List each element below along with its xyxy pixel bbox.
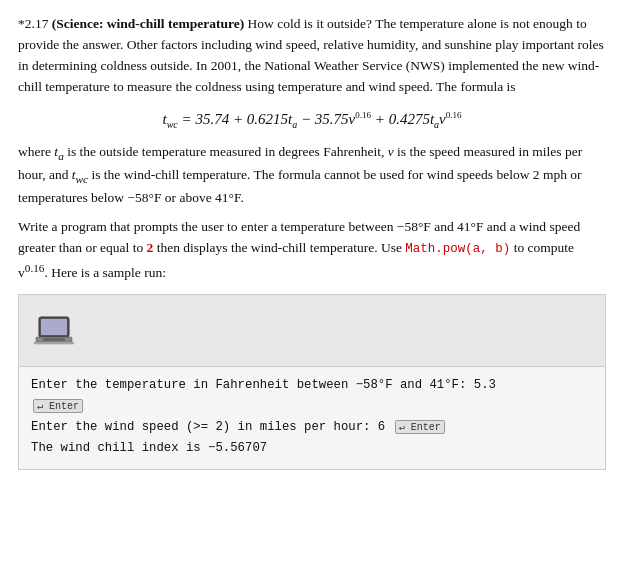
problem-intro: *2.17 (Science: wind-chill temperature) … — [18, 14, 606, 98]
svg-rect-4 — [34, 342, 74, 344]
enter-button-2[interactable]: ↵ Enter — [395, 420, 445, 434]
sample-run-box: Enter the temperature in Fahrenheit betw… — [18, 294, 606, 470]
problem-number: *2.17 — [18, 16, 48, 31]
problem-title: (Science: wind-chill temperature) — [52, 16, 244, 31]
svg-rect-3 — [43, 338, 65, 341]
result-text: The wind chill index is −5.56707 — [31, 441, 267, 455]
terminal-line-1: Enter the temperature in Fahrenheit betw… — [31, 375, 593, 396]
wind-value: 6 — [378, 420, 385, 434]
terminal-enter-1: ↵ Enter — [31, 396, 593, 417]
formula-display: twc = 35.74 + 0.6215ta − 35.75v0.16 + 0.… — [18, 108, 606, 133]
wind-prompt: Enter the wind speed (>= 2) in miles per… — [31, 420, 378, 434]
formula-explanation: where ta is the outside temperature meas… — [18, 142, 606, 209]
formula-lhs: twc — [163, 111, 178, 127]
prompt-text2: then displays the wind-chill temperature… — [157, 240, 402, 255]
formula-equals: = 35.74 + 0.6215ta − 35.75v0.16 + 0.4275… — [182, 111, 462, 127]
svg-rect-1 — [41, 319, 67, 335]
terminal-area: Enter the temperature in Fahrenheit betw… — [19, 367, 605, 469]
prompt-section: Write a program that prompts the user to… — [18, 217, 606, 284]
laptop-icon — [33, 309, 77, 353]
temp-value: 5.3 — [474, 378, 496, 392]
laptop-area — [19, 295, 605, 367]
terminal-line-2: Enter the wind speed (>= 2) in miles per… — [31, 417, 593, 438]
highlight-number: 2 — [147, 240, 154, 255]
code-method: Math.pow(a, b) — [405, 242, 510, 256]
enter-button-1[interactable]: ↵ Enter — [33, 399, 83, 413]
temp-prompt: Enter the temperature in Fahrenheit betw… — [31, 378, 474, 392]
terminal-line-3: The wind chill index is −5.56707 — [31, 438, 593, 459]
